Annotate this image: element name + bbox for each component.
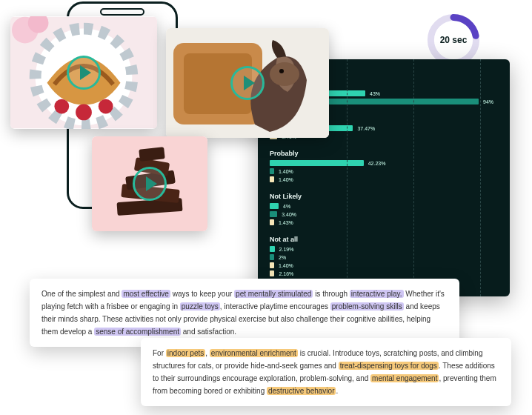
chart-bar-value: 1.43% (279, 220, 293, 225)
highlight: destructive behavior (267, 387, 336, 395)
chart-bar (270, 168, 274, 174)
highlight: most effective (122, 290, 170, 298)
svg-point-12 (279, 69, 284, 73)
highlight: puzzle toys (180, 302, 220, 311)
phone-notch (100, 8, 144, 16)
chart-bar-value: 2.16% (279, 271, 293, 276)
chart-bar (270, 270, 274, 276)
chart-bar (270, 219, 274, 225)
chart-bar-value: 1.40% (279, 169, 293, 174)
chart-bar-value: 4% (283, 204, 290, 209)
chart-bar-value: 2.19% (279, 247, 294, 252)
chart-bar-row: 1.40% (270, 168, 510, 174)
chart-bar-value: 3.40% (282, 212, 296, 217)
svg-point-3 (54, 99, 69, 114)
highlight: environmental enrichment (210, 349, 298, 357)
chart-bar-row: 1.40% (270, 176, 510, 182)
chart-bar-value: 94% (483, 99, 493, 104)
chart-bar-row: 2.19% (270, 246, 510, 252)
chart-bar (270, 176, 274, 182)
media-card-dog[interactable] (166, 28, 329, 138)
chart-bar (270, 246, 275, 252)
chart-bar-row: 4% (270, 203, 510, 209)
highlight: problem-solving skills (330, 302, 404, 311)
chart-bar-value: 1.40% (279, 177, 293, 182)
text-snippet-1: One of the simplest and most effective w… (30, 279, 459, 347)
chart-bar-value: 37.47% (357, 126, 375, 131)
chart-bar-row: 42.23% (270, 160, 510, 166)
play-icon[interactable] (230, 66, 265, 100)
chart-bar-value: 42.23% (368, 161, 386, 166)
svg-point-5 (99, 99, 113, 114)
chart-group-label: Probably (270, 150, 510, 157)
chart-bar-row: 2% (270, 254, 510, 260)
chart-bar-value: 43% (370, 91, 380, 96)
svg-point-11 (270, 62, 299, 86)
chart-bar (270, 211, 277, 217)
chart-group: Not at all2.19%2%1.40%2.16% (270, 236, 510, 276)
chart-bar-row: 3.40% (270, 211, 510, 217)
highlight: indoor pets (166, 349, 205, 357)
highlight: treat-dispensing toys for dogs (339, 362, 439, 370)
chart-bar (270, 254, 274, 260)
svg-point-4 (76, 104, 92, 121)
media-card-chocolate[interactable] (92, 136, 207, 231)
media-card-croissant[interactable] (10, 16, 157, 129)
chart-bar-row: 2.16% (270, 270, 510, 276)
chart-bar (270, 160, 364, 166)
chart-bar (270, 262, 274, 268)
highlight: pet mentally stimulated (234, 290, 313, 298)
highlight: interactive play. (350, 290, 404, 298)
highlight: sense of accomplishment (94, 328, 181, 336)
chart-bar-row: 1.40% (270, 262, 510, 268)
chart-bar-value: 2% (279, 255, 286, 260)
text-snippet-2: For indoor pets, environmental enrichmen… (141, 338, 511, 406)
highlight: mental engagement (370, 374, 439, 382)
chart-bar-value: 1.40% (279, 263, 293, 268)
chart-group-label: Not at all (270, 236, 510, 243)
chart-bar-row: 1.43% (270, 219, 510, 225)
chart-bar (270, 203, 279, 209)
chart-group: Probably42.23%1.40%1.40% (270, 150, 510, 182)
chart-group-label: Not Likely (270, 193, 510, 200)
play-icon[interactable] (133, 167, 167, 201)
chart-group: Not Likely4%3.40%1.43% (270, 193, 510, 225)
play-icon[interactable] (67, 56, 101, 90)
